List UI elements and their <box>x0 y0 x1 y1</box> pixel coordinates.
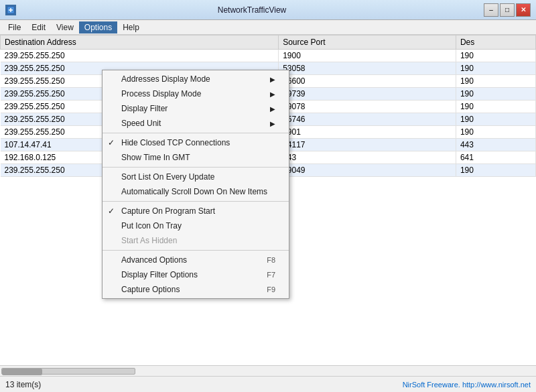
table-cell: 443 <box>279 151 456 164</box>
scroll-thumb[interactable] <box>2 369 42 375</box>
table-cell: 190 <box>456 62 535 75</box>
menu-entry-process-display[interactable]: Process Display Mode▶ <box>103 86 289 101</box>
menu-label: Hide Closed TCP Connections <box>121 138 230 147</box>
table-cell: 49739 <box>279 88 456 101</box>
menu-entry-display-filter[interactable]: Display Filter▶ <box>103 101 289 116</box>
menu-view[interactable]: View <box>51 21 79 34</box>
table-cell: 190 <box>456 50 535 62</box>
menu-label: Speed Unit <box>121 119 161 128</box>
window-controls: – □ ✕ <box>484 3 531 17</box>
menu-entry-addresses-display[interactable]: Addresses Display Mode▶ <box>103 72 289 86</box>
menu-label: Display Filter <box>121 104 168 113</box>
title-bar: NetworkTrafficView – □ ✕ <box>0 0 536 20</box>
status-brand: NirSoft Freeware. http://www.nirsoft.net <box>403 381 531 389</box>
menu-entry-sort-list[interactable]: Sort List On Every Update <box>103 170 289 184</box>
menu-entry-capture-opts[interactable]: Capture OptionsF9 <box>103 282 289 297</box>
menu-bar: File Edit View Options Help <box>0 20 536 35</box>
table-cell: 1900 <box>279 50 456 62</box>
options-menu: Addresses Display Mode▶Process Display M… <box>102 70 289 299</box>
table-cell: 36600 <box>279 75 456 88</box>
col-dest-addr: Destination Address <box>1 36 279 50</box>
options-dropdown: Addresses Display Mode▶Process Display M… <box>102 70 289 299</box>
menu-entry-auto-scroll[interactable]: Automatically Scroll Down On New Items <box>103 184 289 199</box>
col-des: Des <box>456 36 535 50</box>
menu-separator <box>103 201 289 202</box>
table-cell: 59078 <box>279 101 456 113</box>
table-cell: 190 <box>456 101 535 113</box>
status-bar: 13 item(s) NirSoft Freeware. http://www.… <box>0 376 536 392</box>
table-cell: 641 <box>456 151 535 164</box>
menu-edit[interactable]: Edit <box>26 21 51 34</box>
check-icon: ✓ <box>108 206 115 216</box>
menu-label: Show Time In GMT <box>121 153 190 162</box>
menu-label: Automatically Scroll Down On New Items <box>121 187 267 196</box>
menu-options[interactable]: Options <box>79 21 117 34</box>
menu-entry-start-hidden: Start As Hidden <box>103 233 289 248</box>
submenu-arrow-icon: ▶ <box>270 105 275 113</box>
table-cell: 53058 <box>279 62 456 75</box>
menu-help[interactable]: Help <box>117 21 145 34</box>
menu-entry-display-filter-opts[interactable]: Display Filter OptionsF7 <box>103 267 289 282</box>
menu-label: Advanced Options <box>121 255 187 265</box>
menu-separator <box>103 167 289 168</box>
horizontal-scrollbar[interactable] <box>0 365 536 376</box>
main-area: Destination Address Source Port Des 239.… <box>0 35 536 376</box>
menu-file[interactable]: File <box>3 21 26 34</box>
menu-label: Capture Options <box>121 285 180 294</box>
app-icon <box>5 5 16 15</box>
menu-entry-put-icon[interactable]: Put Icon On Tray <box>103 218 289 233</box>
table-cell: 190 <box>456 75 535 88</box>
menu-separator <box>103 133 289 133</box>
keyboard-shortcut: F8 <box>267 256 275 264</box>
menu-label: Process Display Mode <box>121 89 201 99</box>
table-cell: 443 <box>456 139 535 151</box>
submenu-arrow-icon: ▶ <box>270 120 275 127</box>
menu-entry-speed-unit[interactable]: Speed Unit▶ <box>103 116 289 131</box>
menu-entry-hide-closed[interactable]: ✓Hide Closed TCP Connections <box>103 135 289 150</box>
menu-label: Addresses Display Mode <box>121 74 210 84</box>
scroll-track[interactable] <box>1 368 135 375</box>
table-cell: 39049 <box>279 164 456 177</box>
keyboard-shortcut: F9 <box>267 285 275 293</box>
menu-label: Put Icon On Tray <box>121 221 182 231</box>
menu-entry-capture-start[interactable]: ✓Capture On Program Start <box>103 204 289 218</box>
submenu-arrow-icon: ▶ <box>270 90 275 98</box>
table-cell: 1901 <box>279 126 456 139</box>
menu-label: Display Filter Options <box>121 270 198 279</box>
submenu-arrow-icon: ▶ <box>270 76 275 83</box>
table-cell: 190 <box>456 126 535 139</box>
menu-label: Start As Hidden <box>121 236 177 245</box>
table-cell: 64117 <box>279 139 456 151</box>
menu-label: Sort List On Every Update <box>121 172 214 182</box>
table-cell: 239.255.255.250 <box>1 50 279 62</box>
menu-entry-show-gmt[interactable]: Show Time In GMT <box>103 150 289 165</box>
status-item-count: 13 item(s) <box>5 380 403 389</box>
table-cell: 55746 <box>279 113 456 126</box>
window-title: NetworkTrafficView <box>20 5 484 15</box>
table-header-row: Destination Address Source Port Des <box>1 36 536 50</box>
menu-separator <box>103 250 289 251</box>
table-cell: 190 <box>456 113 535 126</box>
check-icon: ✓ <box>108 138 115 147</box>
menu-entry-advanced[interactable]: Advanced OptionsF8 <box>103 253 289 267</box>
col-source-port: Source Port <box>279 36 456 50</box>
menu-label: Capture On Program Start <box>121 206 215 216</box>
minimize-button[interactable]: – <box>484 3 498 17</box>
table-cell: 190 <box>456 88 535 101</box>
table-row: 239.255.255.2501900190 <box>1 50 536 62</box>
close-button[interactable]: ✕ <box>516 3 531 17</box>
keyboard-shortcut: F7 <box>267 271 275 279</box>
maximize-button[interactable]: □ <box>500 3 515 17</box>
table-cell: 190 <box>456 164 535 177</box>
